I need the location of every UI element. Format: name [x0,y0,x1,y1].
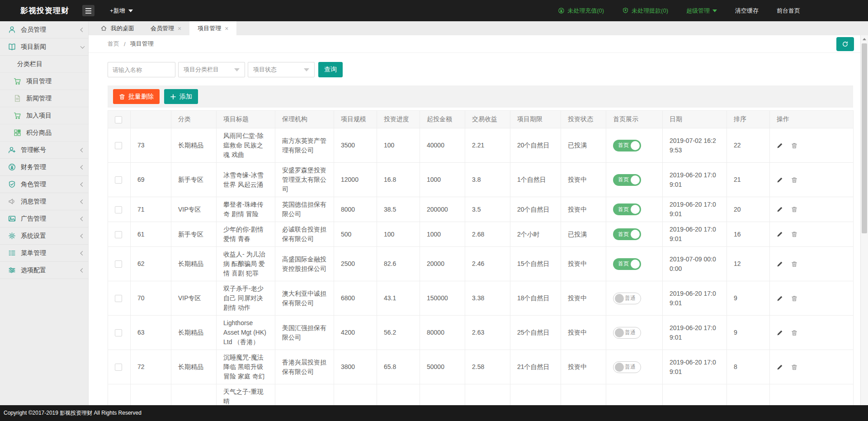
table-row: 71VIP专区攀登者-珠峰传奇 剧情 冒险英国德信担保有限公司800038.52… [108,197,854,222]
row-checkbox[interactable] [115,231,122,238]
sort-cell: 12 [727,247,770,281]
scrollbar-up-button[interactable] [861,35,868,43]
edit-button[interactable] [777,330,783,336]
agency-cell: 香港兴晨投资担保有限公司 [275,350,334,384]
home-display-toggle[interactable]: 普通 [613,293,641,304]
name-search-input[interactable] [108,62,175,77]
category-dropdown[interactable]: 项目分类栏目 [178,62,245,77]
home-display-toggle[interactable]: 普通 [613,361,641,373]
refresh-button[interactable] [836,37,854,51]
cart-icon [14,77,21,85]
row-checkbox[interactable] [115,295,122,302]
projects-table: 分类项目标题保理机构项目规模投资进度起投金额交易收益项目期限投资状态首页展示日期… [108,110,854,405]
row-checkbox[interactable] [115,364,122,371]
home-icon [100,25,107,32]
delete-button[interactable] [791,261,797,267]
row-checkbox[interactable] [115,329,122,336]
edit-button[interactable] [777,261,783,267]
tab-member-management[interactable]: 会员管理× [142,21,189,35]
tab-project-management[interactable]: 项目管理× [189,21,236,35]
sidebar-item-join-project[interactable]: 加入项目 [0,107,88,124]
column-header-8: 交易收益 [465,111,510,128]
row-checkbox[interactable] [115,206,122,213]
front-home-link[interactable]: 前台首页 [777,7,800,15]
select-all-checkbox[interactable] [115,116,122,123]
progress-cell: 56.2 [377,316,420,350]
edit-button[interactable] [777,142,783,149]
clear-cache-link[interactable]: 清空缓存 [735,7,759,15]
delete-button[interactable] [791,142,797,149]
home-display-toggle[interactable]: 首页 [613,140,641,151]
edit-button[interactable] [777,295,783,302]
home-display-toggle[interactable]: 首页 [613,174,641,186]
sidebar-item-option-config[interactable]: 选项配置 [0,262,88,279]
sidebar-item-project-management[interactable]: 项目管理 [0,73,88,90]
add-button[interactable]: 添加 [164,89,198,104]
sidebar-item-category-column[interactable]: 分类栏目 [0,56,88,73]
close-icon[interactable]: × [225,25,228,32]
home-display-toggle[interactable]: 普通 [613,327,641,339]
sort-cell [727,384,770,406]
withdrawal-shield-icon [622,7,629,14]
pending-withdrawal-link[interactable]: 未处理提款(0) [622,7,668,15]
delete-button[interactable] [791,177,797,183]
sidebar-item-message-management[interactable]: 消息管理 [0,193,88,210]
batch-delete-button[interactable]: 批量删除 [113,89,160,104]
breadcrumb-home-link[interactable]: 首页 [108,40,119,48]
scrollbar-thumb[interactable] [862,43,867,233]
row-checkbox[interactable] [115,176,122,184]
close-icon[interactable]: × [178,25,181,32]
home-display-cell [606,384,663,406]
sidebar-toggle-button[interactable] [82,5,94,16]
pending-recharge-link[interactable]: 未处理充值(0) [558,7,604,15]
edit-button[interactable] [777,206,783,213]
sidebar-item-role-management[interactable]: 角色管理 [0,176,88,193]
actions-cell [770,163,854,197]
home-display-toggle[interactable]: 首页 [613,228,641,240]
cart-icon [14,112,21,119]
edit-button[interactable] [777,177,783,183]
action-buttons [777,295,846,302]
chevron-down-icon [712,9,717,12]
edit-button[interactable] [777,364,783,370]
delete-button[interactable] [791,364,797,370]
sidebar-item-news-management[interactable]: 新闻管理 [0,90,88,107]
sidebar-item-project-news[interactable]: 项目新闻 [0,38,88,56]
sidebar-item-admin-accounts[interactable]: 管理帐号 [0,142,88,159]
sidebar-item-system-settings[interactable]: 系统设置 [0,227,88,245]
delete-button[interactable] [791,231,797,237]
toggle-knob [615,328,624,337]
search-button[interactable]: 查询 [318,62,343,77]
sidebar-item-menu-management[interactable]: 菜单管理 [0,245,88,262]
users-icon [8,146,16,154]
action-buttons [777,142,846,149]
home-display-toggle[interactable]: 首页 [613,258,641,270]
sidebar-item-ad-management[interactable]: 广告管理 [0,210,88,227]
agency-cell: 必诚联合投资担保有限公司 [275,222,334,247]
row-checkbox[interactable] [115,260,122,268]
delete-button[interactable] [791,330,797,336]
edit-button[interactable] [777,231,783,237]
row-checkbox-cell [108,316,131,350]
scale-cell: 2500 [334,247,377,281]
tab-my-desktop[interactable]: 我的桌面 [92,21,142,35]
home-display-cell: 普通 [606,350,663,384]
sidebar-item-finance-management[interactable]: 财务管理 [0,159,88,176]
new-menu-button[interactable]: +新增 [110,7,133,15]
status-dropdown[interactable]: 项目状态 [248,62,315,77]
date-cell: 2019-06-20 17:09:01 [663,197,727,222]
title-cell: 攀登者-珠峰传奇 剧情 冒险 [217,197,275,222]
delete-button[interactable] [791,206,797,213]
action-buttons [777,177,846,183]
sidebar-item-points-goods[interactable]: 积分商品 [0,124,88,142]
sort-cell: 20 [727,197,770,222]
row-checkbox[interactable] [115,142,122,149]
sidebar-item-member-management[interactable]: 会员管理 [0,21,88,38]
action-buttons [777,231,846,237]
grid-icon [14,129,21,137]
home-display-toggle[interactable]: 首页 [613,203,641,215]
period-cell: 2个小时 [510,222,561,247]
vertical-scrollbar[interactable] [860,35,868,405]
admin-role-menu[interactable]: 超级管理 [686,7,717,15]
delete-button[interactable] [791,295,797,302]
